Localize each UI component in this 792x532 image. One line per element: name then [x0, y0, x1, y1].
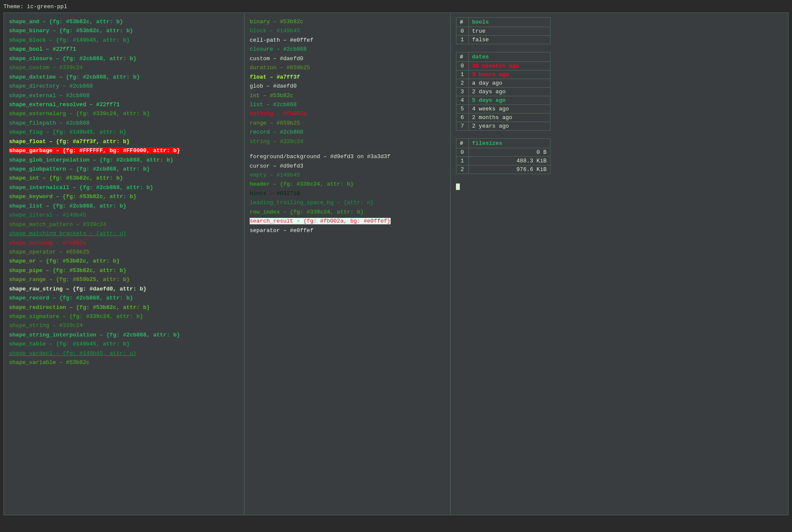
row-val: 30 minutes ago	[468, 62, 550, 70]
row-num: 2	[456, 165, 468, 174]
filesizes-title: filesizes	[468, 139, 550, 148]
middle-bottom-line: cursor – #d9efd3	[250, 162, 445, 171]
filesizes-table: # filesizes 00 B1488.3 KiB2976.6 KiB	[456, 138, 550, 174]
middle-top-line: cell-path – #e0ffef	[250, 36, 445, 45]
left-line-item: shape_datetime – {fg: #2cb868, attr: b}	[9, 73, 239, 82]
table-row: 2976.6 KiB	[456, 165, 550, 174]
row-num: 0	[456, 62, 468, 70]
left-line-item: shape_binary – {fg: #53b82c, attr: b}	[9, 26, 239, 35]
row-num: 1	[456, 36, 468, 44]
table-row: 030 minutes ago	[456, 62, 550, 70]
middle-top-line: float – #a7ff3f	[250, 73, 445, 82]
row-num: 4	[456, 96, 468, 105]
row-num: 1	[456, 157, 468, 165]
middle-top-line: duration – #659b25	[250, 63, 445, 72]
row-val: 3 hours ago	[468, 70, 550, 79]
dates-title: dates	[468, 52, 550, 62]
table-row: 54 weeks ago	[456, 105, 550, 113]
left-line-item: shape_externalarg – {fg: #339c24, attr: …	[9, 109, 239, 118]
middle-bottom-line: empty – #149b45	[250, 171, 445, 180]
left-line-item: shape_match_pattern – #339c24	[9, 220, 239, 229]
table-row: 00 B	[456, 148, 550, 157]
table-row: 72 years ago	[456, 122, 550, 131]
middle-bottom-line: search_result – {fg: #fb002a, bg: #e0ffe…	[250, 217, 445, 226]
left-line-item: shape_keyword – {fg: #53b82c, attr: b}	[9, 192, 239, 201]
middle-top-line: list – #2cb868	[250, 100, 445, 109]
middle-bottom-line: row_index – {fg: #339c24, attr: b}	[250, 208, 445, 217]
middle-bottom-line: hints – #032710	[250, 189, 445, 198]
row-num: 1	[456, 70, 468, 79]
middle-top-line: nothing – #fb002a	[250, 109, 445, 118]
table-row: 62 months ago	[456, 113, 550, 122]
left-line-item: shape_vardecl – {fg: #149b45, attr: u}	[9, 349, 239, 358]
left-line-item: shape_external – #2cb868	[9, 91, 239, 100]
right-column: # bools 0true1false # dates 030 minutes …	[451, 13, 788, 515]
left-line-item: shape_table – {fg: #149b45, attr: b}	[9, 339, 239, 349]
left-line-item: shape_raw_string – {fg: #daefd0, attr: b…	[9, 284, 239, 294]
middle-top-line: binary – #53b82c	[250, 17, 445, 26]
left-line-item: shape_custom – #339c24	[9, 63, 239, 72]
middle-top-line: closure – #2cb868	[250, 45, 445, 54]
middle-top-line: block – #149b45	[250, 26, 445, 35]
table-row: 1false	[456, 36, 550, 44]
row-num: 0	[456, 148, 468, 157]
left-line-item: shape_filepath – #2cb868	[9, 119, 239, 128]
left-line-item: shape_variable – #53b82c	[9, 358, 239, 367]
left-line-item: shape_redirection – {fg: #53b82c, attr: …	[9, 303, 239, 312]
left-line-item: shape_flag – {fg: #149b45, attr: b}	[9, 128, 239, 137]
row-num: 0	[456, 27, 468, 36]
filesizes-hash-header: #	[456, 139, 468, 148]
table-row: 45 days ago	[456, 96, 550, 105]
left-line-item: shape_pipe – {fg: #53b82c, attr: b}	[9, 266, 239, 275]
table-row: 0true	[456, 27, 550, 36]
table-row: 32 days ago	[456, 88, 550, 96]
left-line-item: shape_block – {fg: #149b45, attr: b}	[9, 36, 239, 45]
dates-table: # dates 030 minutes ago13 hours ago2a da…	[456, 52, 550, 131]
left-line-item: shape_closure – {fg: #2cb868, attr: b}	[9, 54, 239, 63]
left-line-item: shape_directory – #2cb868	[9, 82, 239, 91]
row-num: 2	[456, 79, 468, 88]
left-line-item: shape_record – {fg: #2cb868, attr: b}	[9, 294, 239, 303]
middle-top-line: range – #659b25	[250, 119, 445, 128]
left-line-item: shape_operator – #659b25	[9, 248, 239, 257]
row-val: 5 days ago	[468, 96, 550, 105]
left-line-item: shape_bool – #22ff71	[9, 45, 239, 54]
left-line-item: shape_signature – {fg: #339c24, attr: b}	[9, 312, 239, 321]
row-val: 2 days ago	[468, 88, 550, 96]
left-line-item: shape_literal – #149b45	[9, 211, 239, 220]
bools-hash-header: #	[456, 18, 468, 27]
left-line-item: shape_nothing – #fb002a	[9, 238, 239, 248]
row-val: 0 B	[468, 148, 550, 157]
left-line-item: shape_float – {fg: #a7ff3f, attr: b}	[9, 137, 239, 146]
cursor-block	[456, 183, 460, 190]
left-line-item: shape_list – {fg: #2cb868, attr: b}	[9, 202, 239, 211]
table-row: 2a day ago	[456, 79, 550, 88]
middle-top-line: glob – #daefd0	[250, 82, 445, 91]
theme-label: Theme: ic-green-ppl	[3, 3, 789, 10]
table-row: 13 hours ago	[456, 70, 550, 79]
left-line-item: shape_string_interpolation – {fg: #2cb86…	[9, 330, 239, 339]
left-line-item: shape_or – {fg: #53b82c, attr: b}	[9, 257, 239, 266]
row-val: 4 weeks ago	[468, 105, 550, 113]
row-val: true	[468, 27, 550, 36]
row-num: 5	[456, 105, 468, 113]
row-num: 6	[456, 113, 468, 122]
left-line-item: shape_internalcall – {fg: #2cb868, attr:…	[9, 183, 239, 192]
left-line-item: shape_matching_brackets – {attr: u}	[9, 229, 239, 238]
main-container: shape_and – {fg: #53b82c, attr: b}shape_…	[3, 12, 789, 515]
middle-top-line: custom – #daefd0	[250, 54, 445, 63]
bools-title: bools	[468, 18, 550, 27]
row-num: 3	[456, 88, 468, 96]
left-line-item: shape_globpattern – {fg: #2cb868, attr: …	[9, 165, 239, 174]
left-line-item: shape_int – {fg: #53b82c, attr: b}	[9, 174, 239, 183]
bools-table: # bools 0true1false	[456, 17, 550, 44]
row-val: a day ago	[468, 79, 550, 88]
row-val: 976.6 KiB	[468, 165, 550, 174]
left-line-item: shape_glob_interpolation – {fg: #2cb868,…	[9, 156, 239, 165]
middle-column: binary – #53b82cblock – #149b45cell-path…	[245, 13, 451, 515]
left-line-item: shape_range – {fg: #659b25, attr: b}	[9, 275, 239, 284]
left-line-item: shape_and – {fg: #53b82c, attr: b}	[9, 17, 239, 26]
left-line-item: shape_string – #339c24	[9, 321, 239, 330]
left-line-item: shape_external_resolved – #22ff71	[9, 100, 239, 109]
dates-hash-header: #	[456, 52, 468, 62]
